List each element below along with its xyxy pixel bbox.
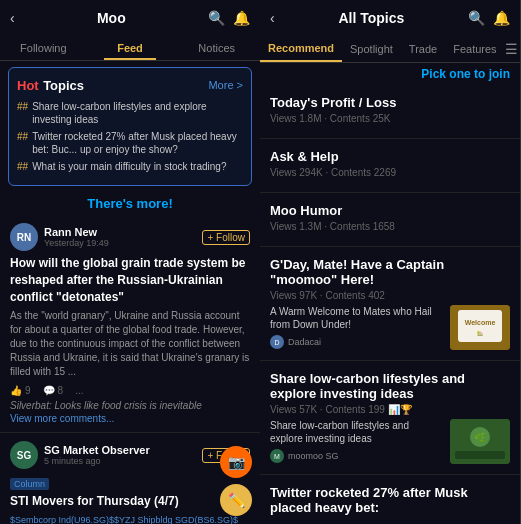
right-panel: ‹ All Topics 🔍 🔔 Recommend Spotlight Tra… — [260, 0, 521, 524]
search-icon[interactable]: 🔍 — [208, 10, 225, 26]
topic-title-profit: Today's Profit / Loss — [270, 95, 510, 110]
topic-card-help[interactable]: Ask & Help Views 294K · Contents 2269 — [260, 139, 520, 193]
hot-topics-box: Hot Topics More > ## Share low-carbon li… — [8, 67, 252, 186]
svg-text:🌿: 🌿 — [474, 431, 487, 444]
right-notification-icon[interactable]: 🔔 — [493, 10, 510, 26]
annotation-there-more: There's more! — [0, 192, 260, 215]
hot-topic-text-3: What is your main difficulty in stock tr… — [32, 160, 226, 173]
hot-topic-item: ## What is your main difficulty in stock… — [17, 160, 243, 173]
topic-author-lowcarbon: M moomoo SG — [270, 449, 442, 463]
follow-btn-1[interactable]: + Follow — [202, 230, 250, 245]
hot-topics-title: Hot Topics — [17, 76, 84, 94]
topic-card-lowcarbon[interactable]: Share low-carbon lifestyles and explore … — [260, 361, 520, 475]
topic-card-twitter[interactable]: Twitter rocketed 27% after Musk placed h… — [260, 475, 520, 524]
green-image: 🌿 — [450, 419, 510, 464]
topic-meta-humor: Views 1.3M · Contents 1658 — [270, 221, 510, 232]
hot-topic-text-2: Twitter rocketed 27% after Musk placed h… — [32, 130, 243, 156]
left-title: Moo — [15, 10, 208, 26]
topic-thumb-gday: Welcome 🏡 — [450, 305, 510, 350]
view-more-link[interactable]: View more comments... — [10, 413, 250, 424]
comment-action[interactable]: 💬 8 — [43, 385, 64, 396]
hot-topics-header: Hot Topics More > — [17, 76, 243, 94]
right-search-icon[interactable]: 🔍 — [468, 10, 485, 26]
like-action[interactable]: 👍 9 — [10, 385, 31, 396]
comment-icon: 💬 — [43, 385, 55, 396]
svg-text:Welcome: Welcome — [465, 319, 496, 326]
right-content: Today's Profit / Loss Views 1.8M · Conte… — [260, 85, 520, 524]
author-time-2: 5 minutes ago — [44, 456, 196, 466]
tab-features[interactable]: Features — [445, 37, 504, 61]
topic-text-lowcarbon: Share low-carbon lifestyles and explore … — [270, 419, 442, 464]
tab-feed[interactable]: Feed — [87, 36, 174, 60]
post-actions-1: 👍 9 💬 8 ... — [10, 385, 250, 396]
tab-following[interactable]: Following — [0, 36, 87, 60]
tab-notices[interactable]: Notices — [173, 36, 260, 60]
topics-label: Topics — [43, 78, 84, 93]
tab-recommend[interactable]: Recommend — [260, 36, 342, 62]
pick-banner: Pick one to join — [260, 63, 520, 85]
post-item-1: RN Rann New Yesterday 19:49 + Follow How… — [0, 215, 260, 433]
dots-icon: ... — [75, 385, 83, 396]
author-info-1: Rann New Yesterday 19:49 — [44, 226, 196, 248]
post-tickers: $Sembcorp Ind(U96.SG)$$YZJ Shipbldg SGD(… — [10, 514, 250, 524]
fab-edit[interactable]: ✏️ — [220, 484, 252, 516]
topic-meta-help: Views 294K · Contents 2269 — [270, 167, 510, 178]
welcome-image: Welcome 🏡 — [450, 305, 510, 350]
topic-title-twitter: Twitter rocketed 27% after Musk placed h… — [270, 485, 510, 515]
topic-title-lowcarbon: Share low-carbon lifestyles and explore … — [270, 371, 510, 401]
author-name-2: SG Market Observer — [44, 444, 196, 456]
left-header-icons: 🔍 🔔 — [208, 10, 250, 26]
topic-card-humor[interactable]: Moo Humor Views 1.3M · Contents 1658 — [260, 193, 520, 247]
topic-meta-profit: Views 1.8M · Contents 25K — [270, 113, 510, 124]
mini-avatar-moomoo: M — [270, 449, 284, 463]
left-tabs: Following Feed Notices — [0, 36, 260, 61]
right-header-icons: 🔍 🔔 — [468, 10, 510, 26]
like-icon: 👍 — [10, 385, 22, 396]
tab-trade[interactable]: Trade — [401, 37, 445, 61]
left-header: ‹ Moo 🔍 🔔 — [0, 0, 260, 36]
svg-rect-1 — [458, 310, 502, 342]
right-title: All Topics — [275, 10, 468, 26]
topic-author-gday: D Dadacai — [270, 335, 442, 349]
fab-camera[interactable]: 📷 — [220, 446, 252, 478]
right-tabs: Recommend Spotlight Trade Features ☰ — [260, 36, 520, 63]
topic-meta-lowcarbon: Views 57K · Contents 199 📊🏆 — [270, 404, 510, 415]
comment-count: 8 — [58, 385, 64, 396]
topic-card-gday[interactable]: G'Day, Mate! Have a Captain "moomoo" Her… — [260, 247, 520, 361]
topic-card-profit[interactable]: Today's Profit / Loss Views 1.8M · Conte… — [260, 85, 520, 139]
hamburger-icon[interactable]: ☰ — [505, 41, 518, 57]
hash-icon-1: ## — [17, 101, 28, 112]
topic-title-help: Ask & Help — [270, 149, 510, 164]
tab-spotlight[interactable]: Spotlight — [342, 37, 401, 61]
badges-lowcarbon: 📊🏆 — [388, 404, 412, 415]
more-link[interactable]: More > — [208, 79, 243, 91]
topic-title-humor: Moo Humor — [270, 203, 510, 218]
notification-icon[interactable]: 🔔 — [233, 10, 250, 26]
topic-content-lowcarbon: Share low-carbon lifestyles and explore … — [270, 419, 510, 464]
hash-icon-3: ## — [17, 161, 28, 172]
post-author-1: RN Rann New Yesterday 19:49 + Follow — [10, 223, 250, 251]
fab-container: 📷 ✏️ — [220, 446, 252, 516]
left-panel: ‹ Moo 🔍 🔔 Following Feed Notices Hot Top… — [0, 0, 260, 524]
hot-label: Hot — [17, 78, 39, 93]
hot-topic-item: ## Twitter rocketed 27% after Musk place… — [17, 130, 243, 156]
right-header: ‹ All Topics 🔍 🔔 — [260, 0, 520, 36]
post-body-1: As the "world granary", Ukraine and Russ… — [10, 309, 250, 379]
topic-meta-gday: Views 97K · Contents 402 — [270, 290, 510, 301]
topic-content-gday: A Warm Welcome to Mates who Hail from Do… — [270, 305, 510, 350]
topic-thumb-lowcarbon: 🌿 — [450, 419, 510, 464]
author-time-1: Yesterday 19:49 — [44, 238, 196, 248]
pick-banner-container: Pick one to join — [260, 63, 520, 85]
post-title-2: STI Movers for Thursday (4/7) — [10, 493, 250, 510]
post-author-2: SG SG Market Observer 5 minutes ago + Fo… — [10, 441, 250, 469]
svg-text:🏡: 🏡 — [477, 330, 484, 337]
author-info-2: SG Market Observer 5 minutes ago — [44, 444, 196, 466]
post-title-1: How will the global grain trade system b… — [10, 255, 250, 305]
like-count: 9 — [25, 385, 31, 396]
column-tag: Column — [10, 478, 49, 490]
more-action[interactable]: ... — [75, 385, 83, 396]
author-name-1: Rann New — [44, 226, 196, 238]
comment-preview-1: Silverbat: Looks like food crisis is ine… — [10, 400, 250, 411]
svg-rect-7 — [455, 451, 505, 459]
topic-title-gday: G'Day, Mate! Have a Captain "moomoo" Her… — [270, 257, 510, 287]
